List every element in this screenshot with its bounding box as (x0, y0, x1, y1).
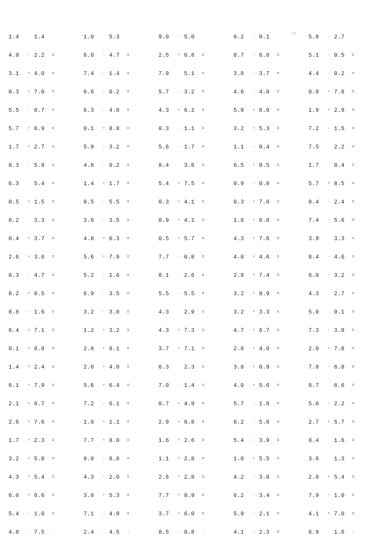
operand-b: 6.8 (184, 52, 199, 58)
operator: - (249, 145, 259, 149)
problem-cell: 4.3+6.1= (159, 107, 233, 113)
operand-b: 8.5 (34, 291, 49, 297)
equals-sign: = (274, 493, 282, 498)
operand-a: 5.7 (159, 89, 174, 95)
equals-sign: = (274, 181, 282, 186)
equals-sign: = (349, 236, 357, 241)
operand-b: 6.3 (109, 235, 124, 242)
equals-sign: = (49, 163, 57, 168)
operand-b: 4.7 (109, 52, 124, 58)
operand-a: 5.4 (9, 511, 24, 517)
problem-cell: 4.9-2.2= (9, 52, 84, 58)
operand-b: 8.0 (259, 107, 274, 113)
equals-sign: = (124, 236, 132, 241)
operand-a: 0.3 (159, 199, 174, 205)
operand-b: 4.1 (184, 199, 199, 205)
operand-a: 6.9 (308, 529, 324, 535)
problem-cell: 4.3-2.0= (84, 474, 159, 480)
problem-cell: 6.0-4.7= (84, 52, 159, 58)
operand-b: 7.1 (34, 327, 49, 334)
problem-cell: 8.3-5.8= (9, 162, 84, 169)
operator: + (99, 328, 109, 332)
operand-b: 2.7 (334, 291, 349, 297)
equals-sign: = (274, 475, 282, 479)
equals-sign: = (199, 53, 207, 58)
operator: + (99, 365, 109, 369)
equals-sign: = (124, 145, 132, 149)
operator: - (99, 401, 109, 406)
operator: + (174, 108, 184, 112)
problem-cell: 0.3+7.0= (9, 89, 84, 95)
operand-a: 7.7 (159, 492, 174, 499)
operand-b: 3.5 (109, 217, 124, 224)
equals-sign: = (199, 145, 207, 149)
operand-a: 5.0 (308, 309, 324, 315)
operand-a: 1.7 (9, 144, 24, 150)
equals-sign: = (274, 90, 282, 94)
operator: - (24, 53, 34, 57)
operand-a: 9.0 (159, 34, 174, 40)
problem-row: 8.3-5.8=4.8-0.2=8.43.6=6.5+8.5=1.70.4= (9, 162, 383, 169)
problem-cell: 6.35.4= (9, 180, 84, 187)
problem-cell: 2.4.4.5. (84, 529, 159, 535)
equals-sign: = (274, 346, 282, 351)
operand-a: 8.4 (159, 162, 174, 169)
operator: + (174, 53, 184, 57)
operand-b: 7.0 (34, 89, 49, 95)
equals-sign: = (349, 383, 357, 388)
operand-b: 3.3 (334, 235, 349, 242)
operator: - (174, 90, 184, 94)
operator: + (174, 493, 184, 497)
problem-cell: 1.9+2.9= (308, 107, 383, 113)
equals-sign: = (199, 200, 207, 204)
operator: + (174, 475, 184, 479)
problem-cell: 1.2+3.2= (84, 327, 159, 334)
equals-sign: = (124, 71, 132, 76)
problem-cell: 5.8-2.7 (308, 34, 383, 40)
operand-a: 8.4 (308, 437, 324, 444)
equals-sign: = (349, 90, 357, 94)
operand-a: 7.4 (84, 70, 99, 77)
equals-sign: = (199, 346, 207, 351)
problem-cell: 3.2+5.3= (233, 125, 308, 132)
operand-a: 8.2 (233, 34, 249, 40)
operand-a: 3.2 (233, 309, 249, 315)
operand-b: 4.9 (109, 511, 124, 517)
equals-sign: = (349, 71, 357, 76)
problem-row: 0.1+8.8=2.8+8.1=3.7+7.1=2.6+4.0=2.0+7.8= (9, 345, 383, 352)
operand-b: 1.5 (34, 199, 49, 205)
operator: - (324, 493, 334, 497)
operator: + (99, 420, 109, 424)
operator: + (174, 346, 184, 351)
equals-sign: = (124, 126, 132, 131)
equals-sign: . (124, 530, 132, 535)
equals-sign: = (49, 200, 57, 204)
equals-sign: = (199, 181, 207, 186)
problem-cell: 0.5+1.5= (9, 199, 84, 205)
operator: + (249, 383, 259, 387)
equals-sign: = (124, 456, 132, 461)
problem-cell: 1.8+6.0= (233, 217, 308, 224)
operator: - (99, 90, 109, 94)
problem-cell: 8.76.6= (308, 382, 383, 389)
operator: + (174, 420, 184, 424)
operator: + (24, 365, 34, 369)
operand-a: 3.6 (308, 456, 324, 462)
operand-b: 1.7 (184, 144, 199, 150)
operand-b: 4.0 (259, 89, 274, 95)
operator: + (99, 255, 109, 259)
operand-b: 2.3 (184, 364, 199, 370)
equals-sign: = (349, 108, 357, 113)
operator: + (174, 511, 184, 516)
equals-sign: = (199, 328, 207, 333)
operand-a: 1.4 (84, 180, 99, 187)
operand-a: 8.7 (308, 382, 324, 389)
problem-row: 6.4+7.1=1.2+3.2=4.3+7.3=4.7+6.7=7.3-3.9= (9, 327, 383, 334)
operand-b: 4.6 (259, 254, 274, 260)
operator: + (249, 126, 259, 131)
problem-row: 8.3-4.7=5.2-1.6=8.1-2.6=2.8+7.4=6.0-3.2= (9, 272, 383, 279)
operator: - (99, 291, 109, 296)
operand-b: 3.3 (34, 217, 49, 224)
operand-a: 6.2 (9, 217, 24, 224)
problem-cell: 5.7+8.5= (308, 180, 383, 187)
